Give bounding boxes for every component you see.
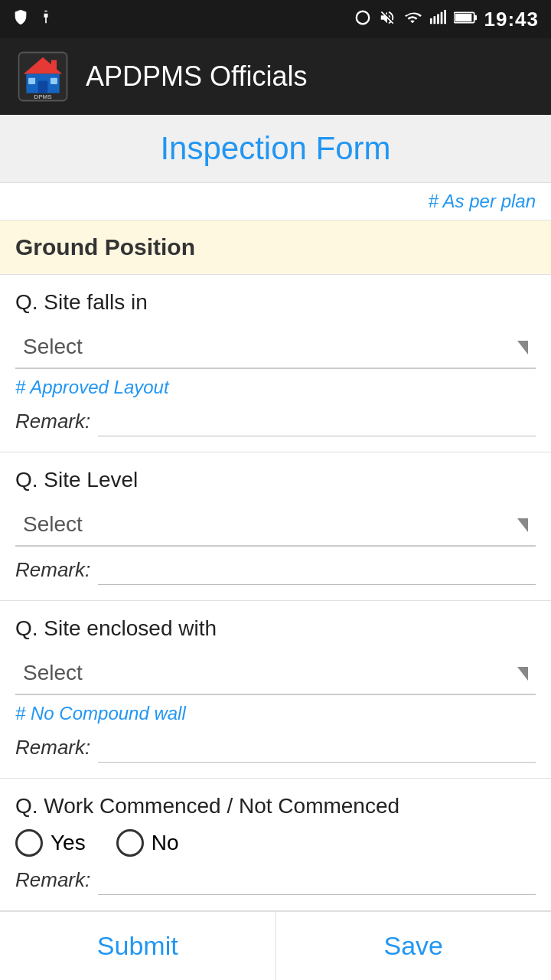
as-per-plan-container: # As per plan [0,183,551,220]
svg-rect-3 [437,14,439,24]
radio-label-yes: Yes [51,831,86,855]
page-header: Inspection Form [0,115,551,183]
status-bar: 19:43 [0,0,551,38]
remark-site-falls-in: Remark: [15,406,536,436]
remark-input-site-falls-in[interactable] [98,406,536,436]
status-left-icons [12,8,54,30]
svg-rect-15 [51,78,57,84]
question-site-level: Q. Site Level Select Level Sloped Low Ly… [0,452,551,601]
page-title: Inspection Form [15,130,536,167]
question-text-work-commenced: Q. Work Commenced / Not Commenced [15,794,536,818]
hint-approved-layout: # Approved Layout [15,377,536,398]
circle-icon [354,9,371,30]
remark-input-site-level[interactable] [98,554,536,585]
signal-icon [429,9,446,30]
radio-group-work-commenced: Yes No [15,829,536,857]
app-bar-title: APDPMS Officials [86,60,307,93]
as-per-plan-text: # As per plan [428,191,536,211]
question-text-site-level: Q. Site Level [15,468,536,492]
app-bar: DPMS APDPMS Officials [0,38,551,115]
remark-label: Remark: [15,410,90,436]
question-site-falls-in: Q. Site falls in Select Approved Layout … [0,275,551,452]
svg-rect-14 [28,78,35,84]
radio-label-no: No [152,831,179,855]
question-text-site-enclosed: Q. Site enclosed with [15,616,536,641]
svg-rect-5 [444,9,446,23]
hint-no-compound-wall: # No Compound wall [15,703,536,724]
select-site-enclosed[interactable]: Select Compound Wall No Compound Wall Fe… [15,652,536,695]
select-site-falls-in[interactable]: Select Approved Layout Unapproved Layout… [15,325,536,369]
save-button[interactable]: Save [276,912,552,980]
svg-rect-13 [38,80,48,93]
radio-circle-no [116,829,144,857]
remark-input-work-commenced[interactable] [98,864,536,895]
status-right-icons: 19:43 [354,8,540,31]
select-site-enclosed-wrapper[interactable]: Select Compound Wall No Compound Wall Fe… [15,652,536,695]
submit-button[interactable]: Submit [0,912,276,980]
clock: 19:43 [484,8,540,31]
remark-work-commenced: Remark: [15,864,536,895]
wifi-icon [403,9,422,30]
svg-rect-4 [440,11,442,24]
remark-label: Remark: [15,868,90,895]
svg-rect-8 [474,15,476,20]
app-logo: DPMS [15,49,70,104]
remark-site-enclosed: Remark: [15,732,536,763]
radio-option-no[interactable]: No [116,829,179,857]
question-text-site-falls-in: Q. Site falls in [15,290,536,315]
svg-text:DPMS: DPMS [34,93,52,100]
section-title: Ground Position [15,234,195,260]
question-work-commenced: Q. Work Commenced / Not Commenced Yes No… [0,779,551,911]
svg-point-0 [356,11,369,24]
question-site-enclosed: Q. Site enclosed with Select Compound Wa… [0,601,551,779]
svg-rect-1 [429,18,432,23]
radio-option-yes[interactable]: Yes [15,829,86,857]
select-site-falls-in-wrapper[interactable]: Select Approved Layout Unapproved Layout… [15,325,536,369]
svg-rect-2 [433,16,435,24]
battery-icon [454,10,477,29]
mute-icon [379,9,396,30]
shield-icon [12,8,29,30]
svg-rect-11 [51,60,57,70]
select-site-level-wrapper[interactable]: Select Level Sloped Low Lying [15,503,536,547]
section-ground-position: Ground Position [0,220,551,275]
radio-circle-yes [15,829,43,857]
remark-site-level: Remark: [15,554,536,585]
action-bar: Submit Save [0,911,551,980]
remark-label: Remark: [15,736,90,763]
svg-rect-7 [455,14,471,21]
remark-label: Remark: [15,558,90,585]
usb-icon [38,8,54,30]
remark-input-site-enclosed[interactable] [98,732,536,763]
select-site-level[interactable]: Select Level Sloped Low Lying [15,503,536,547]
